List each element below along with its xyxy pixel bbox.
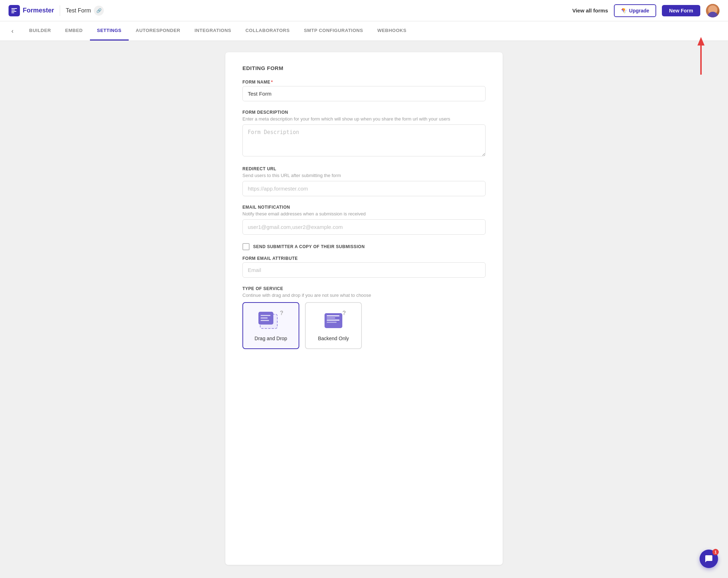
- submitter-copy-label: SEND SUBMITTER A COPY OF THEIR SUBMISSIO…: [253, 244, 365, 249]
- email-notification-input[interactable]: [242, 219, 486, 235]
- editing-form-title: EDITING FORM: [242, 65, 486, 71]
- chat-icon: [705, 555, 713, 563]
- drag-drop-line-2: [261, 317, 268, 319]
- email-notification-group: EMAIL NOTIFICATION Notify these email ad…: [242, 205, 486, 235]
- tab-builder[interactable]: BUILDER: [22, 21, 58, 41]
- upgrade-button[interactable]: 🪁 Upgrade: [614, 4, 657, 17]
- header-divider: [60, 5, 60, 16]
- backend-inner-card: [325, 313, 342, 328]
- drag-drop-card[interactable]: ? Drag and Drop: [242, 302, 299, 349]
- tab-embed[interactable]: EMBED: [58, 21, 90, 41]
- drag-drop-inner-card: [258, 312, 273, 325]
- logo-icon: [9, 5, 20, 16]
- redirect-url-label: REDIRECT URL: [242, 166, 486, 171]
- avatar[interactable]: [706, 4, 719, 17]
- form-description-label: FORM DESCRIPTION: [242, 110, 486, 115]
- drag-drop-icon: ?: [258, 310, 283, 331]
- arrow-indicator: [694, 36, 708, 80]
- form-description-input[interactable]: [242, 124, 486, 156]
- form-description-hint: Enter a meta description for your form w…: [242, 116, 486, 122]
- form-name-label: FORM NAME *: [242, 80, 486, 85]
- redirect-url-group: REDIRECT URL Send users to this URL afte…: [242, 166, 486, 196]
- type-of-service-group: TYPE OF SERVICE Continue with drag and d…: [242, 286, 486, 349]
- tab-collaborators[interactable]: COLLABORATORS: [238, 21, 296, 41]
- backend-question-icon: ?: [342, 310, 346, 316]
- type-of-service-label: TYPE OF SERVICE: [242, 286, 486, 291]
- chat-widget[interactable]: 1: [700, 550, 718, 568]
- tab-smtp[interactable]: SMTP CONFIGURATIONS: [297, 21, 370, 41]
- svg-rect-0: [11, 8, 17, 9]
- form-email-attribute-label: FORM EMAIL ATTRIBUTE: [242, 256, 486, 261]
- tab-webhooks[interactable]: WEBHOOKS: [370, 21, 413, 41]
- tab-autoresponder[interactable]: AUTORESPONDER: [129, 21, 187, 41]
- app-header: Formester Test Form 🔗 View all forms 🪁 U…: [0, 0, 728, 21]
- email-notification-hint: Notify these email addresses when a subm…: [242, 211, 486, 216]
- current-form-title: Test Form: [66, 7, 91, 14]
- main-content: EDITING FORM FORM NAME * FORM DESCRIPTIO…: [0, 41, 728, 576]
- nav-back-button[interactable]: ‹: [9, 22, 16, 41]
- chat-badge: 1: [712, 549, 719, 555]
- svg-rect-2: [11, 11, 16, 12]
- upgrade-icon: 🪁: [621, 8, 627, 14]
- email-notification-label: EMAIL NOTIFICATION: [242, 205, 486, 210]
- backend-line-4: [327, 322, 337, 323]
- form-email-attribute-input[interactable]: [242, 262, 486, 278]
- tab-settings[interactable]: SETTINGS: [90, 21, 129, 41]
- form-name-input[interactable]: [242, 86, 486, 101]
- form-email-attribute-group: FORM EMAIL ATTRIBUTE: [242, 256, 486, 278]
- type-of-service-hint: Continue with drag and drop if you are n…: [242, 293, 486, 298]
- backend-line-1: [327, 315, 339, 316]
- redirect-url-hint: Send users to this URL after submitting …: [242, 173, 486, 178]
- backend-only-icon: ?: [321, 310, 346, 331]
- backend-line-3: [327, 320, 339, 321]
- submitter-copy-checkbox[interactable]: [242, 243, 250, 250]
- service-cards: ? Drag and Drop: [242, 302, 486, 349]
- logo[interactable]: Formester: [9, 5, 54, 16]
- tab-integrations[interactable]: INTEGRATIONS: [187, 21, 238, 41]
- drag-drop-label: Drag and Drop: [255, 336, 287, 341]
- logo-text: Formester: [23, 7, 54, 14]
- editing-form-card: EDITING FORM FORM NAME * FORM DESCRIPTIO…: [225, 52, 503, 565]
- form-name-group: FORM NAME *: [242, 80, 486, 101]
- svg-marker-5: [697, 37, 705, 46]
- backend-line-2: [327, 317, 335, 319]
- required-star: *: [271, 80, 273, 85]
- svg-rect-3: [11, 12, 14, 13]
- drag-drop-question-icon: ?: [280, 310, 283, 316]
- redirect-url-input[interactable]: [242, 181, 486, 196]
- form-link-icon[interactable]: 🔗: [94, 6, 104, 16]
- form-title-area: Test Form 🔗: [66, 6, 104, 16]
- submitter-copy-row: SEND SUBMITTER A COPY OF THEIR SUBMISSIO…: [242, 243, 486, 250]
- avatar-image: [706, 4, 719, 17]
- svg-rect-1: [11, 10, 15, 10]
- new-form-button[interactable]: New Form: [662, 5, 700, 16]
- drag-drop-line-1: [261, 315, 271, 316]
- nav-tabs: ‹ BUILDER EMBED SETTINGS AUTORESPONDER I…: [0, 21, 728, 41]
- form-description-group: FORM DESCRIPTION Enter a meta descriptio…: [242, 110, 486, 158]
- backend-only-label: Backend Only: [318, 336, 349, 341]
- backend-only-card[interactable]: ? Backend Only: [305, 302, 362, 349]
- drag-drop-line-3: [261, 320, 269, 321]
- view-all-forms-link[interactable]: View all forms: [572, 7, 608, 14]
- header-actions: View all forms 🪁 Upgrade New Form: [572, 4, 719, 17]
